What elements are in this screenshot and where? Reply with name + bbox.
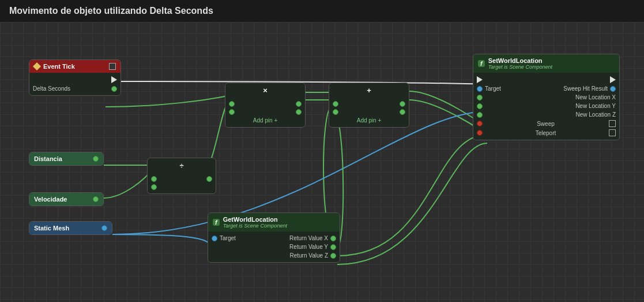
gwl-target-pin[interactable] (212, 236, 217, 241)
gwl-returnz-row: Return Value Z (208, 251, 340, 260)
set-world-f-badge: f (478, 60, 485, 67)
swl-locz-pin[interactable] (477, 112, 483, 118)
divide-header: ÷ (148, 158, 216, 173)
multiply-out1-pin[interactable] (296, 101, 302, 107)
set-world-location-header: f SetWorldLocation Target is Scene Compo… (473, 54, 619, 73)
multiply-in1-pin[interactable] (229, 101, 235, 107)
multiply-out2-pin[interactable] (296, 109, 302, 115)
get-world-location-header: f GetWorldLocation Target is Scene Compo… (208, 213, 340, 232)
event-tick-body: Delta Seconds (29, 73, 120, 95)
delta-seconds-row: Delta Seconds (29, 84, 120, 93)
add-in2-pin[interactable] (333, 109, 338, 115)
velocidade-header: Velocidade (29, 193, 103, 206)
add-addpin[interactable]: Add pin + (329, 116, 409, 125)
delta-seconds-pin[interactable] (111, 86, 117, 92)
velocidade-out-pin[interactable] (93, 196, 99, 202)
multiply-addpin-label: Add pin + (253, 117, 278, 124)
swl-exec-out-pin[interactable] (610, 76, 616, 83)
swl-sweep-checkbox[interactable] (609, 120, 616, 127)
multiply-addpin[interactable]: Add pin + (225, 116, 305, 125)
swl-target-row: Target Sweep Hit Result (473, 84, 619, 93)
swl-locx-row: New Location X (473, 93, 619, 102)
multiply-header: × (225, 83, 305, 98)
divide-symbol: ÷ (179, 161, 183, 170)
multiply-in2-pin[interactable] (229, 109, 235, 115)
add-symbol: + (367, 86, 371, 95)
swl-exec-row (473, 75, 619, 84)
canvas-area[interactable]: Event Tick Delta Seconds Distancia Veloc… (0, 22, 644, 302)
divide-in2 (148, 183, 216, 191)
swl-teleport-row: Teleport (473, 128, 619, 137)
swl-sweep-pin[interactable] (477, 121, 483, 126)
exec-out-pin[interactable] (111, 76, 117, 83)
distancia-node: Distancia (29, 152, 104, 166)
divide-in2-pin[interactable] (151, 184, 157, 190)
add-body: Add pin + (329, 98, 409, 127)
divide-body (148, 173, 216, 193)
delta-seconds-label: Delta Seconds (33, 85, 70, 92)
event-tick-label: Event Tick (43, 63, 75, 70)
set-world-location-body: Target Sweep Hit Result New Location X N… (473, 73, 619, 140)
gwl-returnx-label: Return Value X (289, 235, 328, 241)
add-header: + (329, 83, 409, 98)
swl-locy-pin[interactable] (477, 103, 483, 109)
gwl-target-label: Target (220, 235, 236, 241)
swl-locx-pin[interactable] (477, 95, 483, 100)
add-in1-pin[interactable] (333, 101, 338, 107)
swl-teleport-checkbox[interactable] (609, 129, 616, 136)
set-world-location-title: SetWorldLocation (488, 57, 552, 64)
swl-locy-label: New Location Y (575, 103, 616, 109)
swl-locz-row: New Location Z (473, 110, 619, 119)
multiply-in1 (225, 100, 305, 108)
multiply-node: × Add pin + (225, 83, 306, 128)
velocidade-label: Velocidade (34, 196, 67, 203)
add-in2 (329, 108, 409, 116)
multiply-in2 (225, 108, 305, 116)
swl-target-label: Target (485, 85, 501, 92)
gwl-returny-pin[interactable] (330, 244, 336, 250)
get-world-location-subtitle: Target is Scene Component (223, 223, 287, 229)
set-world-location-subtitle: Target is Scene Component (488, 64, 552, 70)
set-world-location-node: f SetWorldLocation Target is Scene Compo… (473, 54, 620, 140)
diamond-icon (33, 62, 41, 70)
static-mesh-header: Static Mesh (29, 222, 112, 234)
gwl-returny-label: Return Value Y (289, 244, 328, 250)
get-world-f-badge: f (213, 219, 220, 226)
multiply-body: Add pin + (225, 98, 305, 127)
divide-node: ÷ (147, 158, 216, 194)
swl-teleport-label: Teleport (536, 130, 556, 136)
swl-locz-label: New Location Z (576, 111, 616, 118)
event-tick-node: Event Tick Delta Seconds (29, 59, 121, 96)
add-node: + Add pin + (329, 83, 409, 128)
swl-target-pin[interactable] (477, 86, 483, 92)
swl-sweep-label: Sweep (537, 121, 555, 127)
exec-out-row (29, 75, 120, 84)
gwl-returnz-label: Return Value Z (289, 252, 328, 259)
gwl-target-row: Target Return Value X (208, 234, 340, 243)
divide-in1-pin[interactable] (151, 176, 157, 182)
distancia-out-pin[interactable] (93, 156, 99, 162)
velocidade-node: Velocidade (29, 192, 104, 206)
gwl-returnx-pin[interactable] (330, 236, 336, 241)
get-world-location-title: GetWorldLocation (223, 216, 287, 223)
divide-out-pin[interactable] (206, 176, 212, 182)
get-world-location-body: Target Return Value X Return Value Y Ret… (208, 232, 340, 262)
gwl-returnz-pin[interactable] (330, 253, 336, 259)
event-tick-badge (109, 63, 116, 70)
static-mesh-out-pin[interactable] (101, 225, 107, 231)
event-tick-header: Event Tick (29, 60, 120, 73)
swl-sweephitresult-label: Sweep Hit Result (563, 85, 608, 92)
page-title: Movimento de objeto utilizando Delta Sec… (9, 6, 213, 16)
swl-exec-in-pin[interactable] (477, 76, 483, 83)
add-out2-pin[interactable] (400, 109, 405, 115)
swl-teleport-pin[interactable] (477, 130, 483, 136)
swl-sweephitresult-pin[interactable] (610, 86, 616, 92)
swl-locx-label: New Location X (575, 94, 616, 100)
title-bar: Movimento de objeto utilizando Delta Sec… (0, 0, 644, 22)
divide-in1 (148, 175, 216, 183)
swl-locy-row: New Location Y (473, 102, 619, 110)
distancia-label: Distancia (34, 155, 62, 162)
gwl-returny-row: Return Value Y (208, 243, 340, 251)
add-out1-pin[interactable] (400, 101, 405, 107)
get-world-location-node: f GetWorldLocation Target is Scene Compo… (208, 212, 340, 263)
